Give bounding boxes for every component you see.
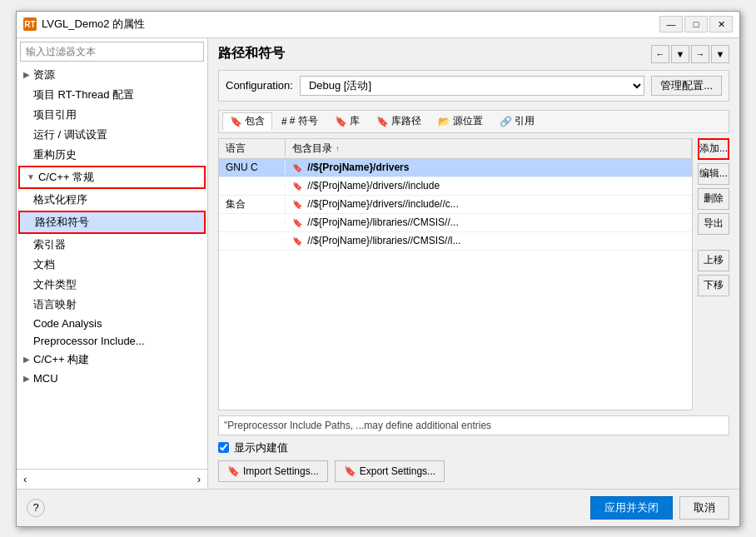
sidebar-item-codeanalysis[interactable]: Code Analysis: [17, 315, 207, 332]
table-body: GNU C 🔖 //${ProjName}/drivers 🔖 //${Proj…: [219, 159, 692, 410]
lang-cell: [219, 221, 286, 224]
path-cell: 🔖 //${ProjName}/libraries//CMSIS//l...: [286, 233, 692, 248]
tab-libs[interactable]: 🔖 库: [327, 112, 367, 131]
lang-cell: GNU C: [219, 160, 286, 175]
tab-refs[interactable]: 🔗 引用: [492, 112, 542, 131]
sidebar-item-pathsymbols[interactable]: 路径和符号: [18, 211, 206, 234]
table-row[interactable]: 🔖 //${ProjName}/drivers//include: [219, 177, 692, 196]
move-down-button[interactable]: 下移: [698, 275, 729, 296]
dialog-footer: ? 应用并关闭 取消: [17, 489, 739, 526]
export-icon: 🔖: [344, 465, 356, 477]
maximize-button[interactable]: □: [684, 16, 708, 32]
info-row: "Preprocessor Include Paths, ...may defi…: [218, 415, 729, 435]
minimize-button[interactable]: —: [659, 16, 683, 32]
table-row[interactable]: 🔖 //${ProjName}/libraries//CMSIS//...: [219, 214, 692, 232]
config-label: Configuration:: [226, 79, 293, 92]
add-button[interactable]: 添加...: [698, 138, 729, 160]
scroll-left-icon[interactable]: ‹: [23, 473, 27, 485]
cancel-button[interactable]: 取消: [679, 496, 729, 520]
move-up-button[interactable]: 上移: [698, 250, 729, 271]
sort-icon: ↑: [336, 144, 340, 153]
path-icon: 🔖: [292, 218, 302, 227]
config-row: Configuration: Debug [活动] 管理配置...: [218, 70, 729, 102]
nav-back-dropdown[interactable]: ▼: [671, 45, 689, 63]
sidebar-item-preprocessor[interactable]: Preprocessor Include...: [17, 332, 207, 350]
import-icon: 🔖: [227, 465, 240, 477]
apply-close-button[interactable]: 应用并关闭: [590, 496, 673, 520]
path-icon: 🔖: [292, 181, 302, 191]
delete-button[interactable]: 删除: [698, 188, 729, 210]
tab-includes-icon: 🔖: [230, 116, 242, 127]
info-text: "Preprocessor Include Paths, ...may defi…: [224, 420, 491, 431]
nav-back-button[interactable]: ←: [651, 45, 669, 63]
arrow-icon-cpp: ▼: [27, 172, 35, 181]
tab-includes[interactable]: 🔖 包含: [222, 112, 272, 131]
path-column-header: 包含目录 ↑: [286, 139, 692, 158]
tab-libpaths[interactable]: 🔖 库路径: [369, 112, 429, 131]
tab-source[interactable]: 📂 源位置: [430, 112, 490, 131]
help-button[interactable]: ?: [27, 499, 45, 517]
lang-cell: 集合: [219, 196, 286, 213]
app-icon: RT: [23, 17, 37, 31]
import-export-row: 🔖 Import Settings... 🔖 Export Settings..…: [218, 460, 729, 482]
table-row[interactable]: 集合 🔖 //${ProjName}/drivers//include//c..…: [219, 196, 692, 214]
tab-symbols-icon: #: [281, 116, 287, 127]
path-icon: 🔖: [292, 163, 302, 172]
sidebar-item-mcu[interactable]: ▶ MCU: [17, 370, 207, 387]
lang-cell: [219, 239, 286, 242]
tabs-bar: 🔖 包含 # # 符号 🔖 库 🔖 库路径 📂 源位置: [218, 110, 729, 133]
tab-source-icon: 📂: [438, 116, 450, 127]
export-settings-button[interactable]: 🔖 Export Settings...: [335, 460, 445, 482]
content-header: 路径和符号 ← ▼ → ▼: [218, 45, 729, 63]
title-bar-left: RT LVGL_Demo2 的属性: [23, 17, 145, 32]
arrow-icon-mcu: ▶: [23, 374, 30, 383]
export-button[interactable]: 导出: [698, 213, 729, 235]
lang-column-header: 语言: [219, 139, 286, 158]
close-button[interactable]: ✕: [709, 16, 733, 32]
tab-symbols[interactable]: # # 符号: [274, 112, 326, 131]
dialog-title: LVGL_Demo2 的属性: [42, 17, 145, 32]
show-builtin-label: 显示内建值: [234, 440, 288, 455]
table-row[interactable]: 🔖 //${ProjName}/libraries//CMSIS//l...: [219, 232, 692, 251]
tab-libs-icon: 🔖: [335, 116, 347, 127]
nav-forward-dropdown[interactable]: ▼: [711, 45, 729, 63]
show-builtin-checkbox[interactable]: [218, 442, 229, 453]
sidebar-item-rundbg[interactable]: 运行 / 调试设置: [17, 125, 207, 145]
table-header: 语言 包含目录 ↑: [219, 139, 692, 159]
edit-button[interactable]: 编辑...: [698, 163, 729, 185]
manage-config-button[interactable]: 管理配置...: [651, 76, 722, 96]
tab-refs-icon: 🔗: [500, 116, 512, 127]
import-settings-button[interactable]: 🔖 Import Settings...: [218, 460, 328, 482]
path-cell: 🔖 //${ProjName}/drivers//include//c...: [286, 196, 692, 211]
sidebar-item-formatter[interactable]: 格式化程序: [17, 190, 207, 210]
sidebar-item-cpp-build[interactable]: ▶ C/C++ 构建: [17, 350, 207, 370]
sidebar-item-cpp-general[interactable]: ▼ C/C++ 常规: [18, 166, 206, 189]
path-icon: 🔖: [292, 200, 302, 209]
sidebar-item-projref[interactable]: 项目引用: [17, 105, 207, 125]
content-panel: 路径和符号 ← ▼ → ▼ Configuration: Debug [活动] …: [208, 38, 739, 489]
scroll-right-icon[interactable]: ›: [197, 473, 201, 485]
side-buttons: 添加... 编辑... 删除 导出 上移 下移: [698, 138, 729, 410]
dialog-body: ▶ 资源 项目 RT-Thread 配置 项目引用 运行 / 调试设置 重构历史…: [17, 38, 739, 489]
title-bar-controls: — □ ✕: [659, 16, 733, 32]
tab-libpaths-icon: 🔖: [376, 116, 389, 127]
sidebar: ▶ 资源 项目 RT-Thread 配置 项目引用 运行 / 调试设置 重构历史…: [17, 38, 208, 489]
lang-cell: [219, 184, 286, 187]
sidebar-item-indexer[interactable]: 索引器: [17, 235, 207, 255]
main-dialog: RT LVGL_Demo2 的属性 — □ ✕ ▶ 资源 项目 RT-Threa…: [16, 11, 740, 527]
sidebar-item-langmap[interactable]: 语言映射: [17, 295, 207, 315]
sidebar-item-docs[interactable]: 文档: [17, 255, 207, 275]
nav-forward-button[interactable]: →: [691, 45, 709, 63]
title-bar: RT LVGL_Demo2 的属性 — □ ✕: [17, 12, 739, 38]
sidebar-item-rtthread[interactable]: 项目 RT-Thread 配置: [17, 85, 207, 105]
path-icon: 🔖: [292, 236, 302, 246]
includes-table: 语言 包含目录 ↑ GNU C 🔖 //${ProjName}/driv: [218, 138, 693, 410]
filter-input[interactable]: [20, 42, 204, 62]
arrow-icon: ▶: [23, 70, 30, 79]
sidebar-item-resources[interactable]: ▶ 资源: [17, 65, 207, 85]
config-dropdown[interactable]: Debug [活动]: [300, 76, 644, 96]
path-cell: 🔖 //${ProjName}/drivers: [286, 160, 692, 175]
sidebar-item-history[interactable]: 重构历史: [17, 145, 207, 165]
table-row[interactable]: GNU C 🔖 //${ProjName}/drivers: [219, 159, 692, 177]
sidebar-item-filetypes[interactable]: 文件类型: [17, 275, 207, 295]
